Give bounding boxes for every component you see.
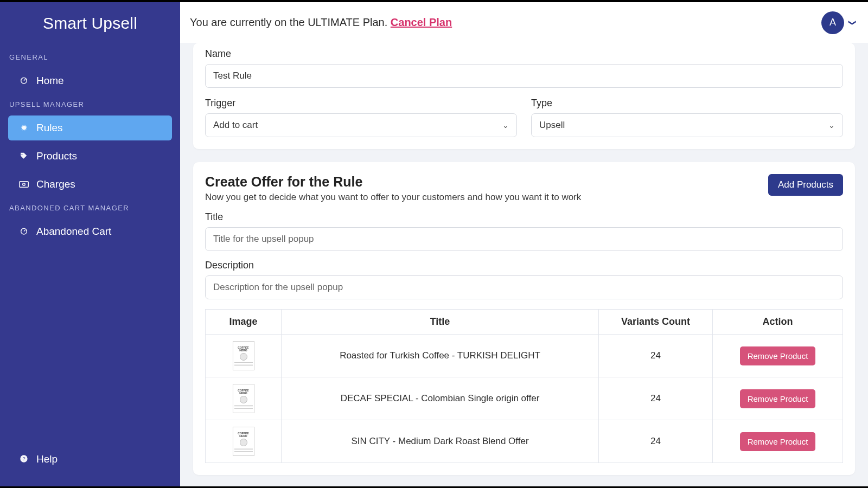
type-label: Type [531,98,843,109]
sidebar-item-charges[interactable]: Charges [8,172,172,197]
trigger-value: Add to cart [213,120,258,131]
cell-title: Roasted for Turkish Coffee - TURKISH DEL… [282,335,599,377]
th-action: Action [713,310,843,335]
gear-icon: ✹ [19,123,29,133]
sidebar-item-label: Charges [36,178,75,190]
chevron-down-icon: ❯ [848,20,857,26]
th-image: Image [206,310,282,335]
tag-icon [19,152,29,161]
svg-rect-1 [20,181,29,187]
add-products-button[interactable]: Add Products [768,174,843,196]
cancel-plan-link[interactable]: Cancel Plan [391,16,452,28]
help-icon: ? [19,454,29,465]
cell-image: COFFEE HERO [206,335,282,377]
dashboard-icon [19,76,29,86]
type-value: Upsell [539,120,565,131]
trigger-label: Trigger [205,98,517,109]
cell-variants: 24 [599,335,713,377]
rule-card: Name Trigger Add to cart ⌄ Type Upsell [193,43,855,149]
name-label: Name [205,48,843,60]
plan-text: You are currently on the ULTIMATE Plan. [190,16,391,28]
sidebar-item-abandoned-cart[interactable]: Abandoned Cart [8,219,172,244]
sidebar-item-label: Products [36,150,77,162]
user-menu[interactable]: A ❯ [821,11,856,34]
svg-point-2 [23,183,25,185]
table-row: COFFEE HERORoasted for Turkish Coffee - … [206,335,843,377]
cell-action: Remove Product [713,377,843,420]
type-select[interactable]: Upsell ⌄ [531,113,843,137]
chevron-down-icon: ⌄ [828,121,835,130]
app-logo: Smart Upsell [0,9,180,48]
offer-card: Create Offer for the Rule Now you get to… [193,162,855,475]
th-title: Title [282,310,599,335]
plan-status: You are currently on the ULTIMATE Plan. … [190,16,452,29]
cell-image: COFFEE HERO [206,377,282,420]
cell-title: SIN CITY - Medium Dark Roast Blend Offer [282,420,599,463]
sidebar-section-abandoned: ABANDONED CART MANAGER [0,198,180,217]
sidebar-item-label: Help [36,453,58,465]
remove-product-button[interactable]: Remove Product [740,432,816,451]
name-input[interactable] [205,64,843,88]
offer-subheading: Now you get to decide what you want to o… [205,192,581,203]
content: Name Trigger Add to cart ⌄ Type Upsell [180,43,868,486]
offer-title-input[interactable] [205,227,843,251]
sidebar-item-products[interactable]: Products [8,144,172,169]
sidebar-item-rules[interactable]: ✹ Rules [8,115,172,140]
th-variants: Variants Count [599,310,713,335]
cell-variants: 24 [599,420,713,463]
sidebar-section-general: GENERAL [0,48,180,67]
sidebar: Smart Upsell GENERAL Home UPSELL MANAGER… [0,2,180,486]
sidebar-item-label: Abandoned Cart [36,226,111,237]
title-label: Title [205,211,843,223]
svg-text:?: ? [22,456,25,461]
products-table: Image Title Variants Count Action COFFEE… [205,309,843,463]
avatar: A [821,11,844,34]
chevron-down-icon: ⌄ [502,121,509,130]
description-label: Description [205,260,843,271]
product-thumb: COFFEE HERO [233,341,254,370]
cell-title: DECAF SPECIAL - Colombian Single origin … [282,377,599,420]
product-thumb: COFFEE HERO [233,427,254,456]
topbar: You are currently on the ULTIMATE Plan. … [180,2,868,43]
cell-image: COFFEE HERO [206,420,282,463]
product-thumb: COFFEE HERO [233,384,254,413]
sidebar-item-help[interactable]: ? Help [8,447,172,472]
sidebar-item-home[interactable]: Home [8,68,172,93]
main-area: You are currently on the ULTIMATE Plan. … [180,2,868,486]
remove-product-button[interactable]: Remove Product [740,346,816,365]
trigger-select[interactable]: Add to cart ⌄ [205,113,517,137]
sidebar-item-label: Rules [36,122,63,134]
cell-action: Remove Product [713,420,843,463]
dashboard-icon [19,227,29,237]
cell-action: Remove Product [713,335,843,377]
money-icon [19,180,29,189]
table-row: COFFEE HEROSIN CITY - Medium Dark Roast … [206,420,843,463]
sidebar-item-label: Home [36,75,64,87]
offer-heading: Create Offer for the Rule [205,174,581,190]
sidebar-section-upsell: UPSELL MANAGER [0,95,180,114]
cell-variants: 24 [599,377,713,420]
table-row: COFFEE HERODECAF SPECIAL - Colombian Sin… [206,377,843,420]
remove-product-button[interactable]: Remove Product [740,389,816,408]
offer-description-input[interactable] [205,275,843,299]
